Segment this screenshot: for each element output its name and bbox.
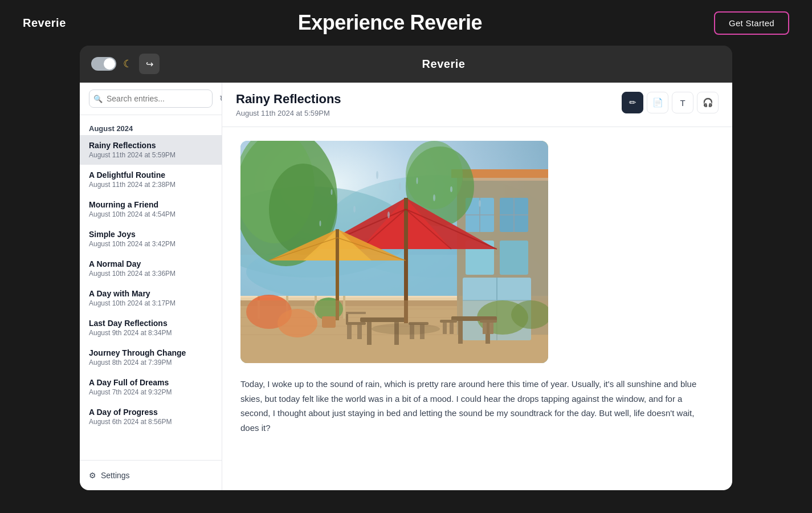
doc-button[interactable]: 📄 xyxy=(647,92,668,113)
main-content: 🔍 ↻ August 2024 Rainy Reflections August… xyxy=(80,83,732,490)
settings-button[interactable]: ⚙ Settings xyxy=(89,467,130,483)
entry-date: August 7th 2024 at 9:32PM xyxy=(89,388,213,396)
moon-icon: ☾ xyxy=(123,58,132,70)
theme-toggle[interactable] xyxy=(91,57,116,71)
settings-icon: ⚙ xyxy=(89,471,96,480)
entry-title: A Delightful Routine xyxy=(89,170,213,180)
editor-entry-date: August 11th 2024 at 5:59PM xyxy=(236,109,341,117)
entries-list: August 2024 Rainy Reflections August 11t… xyxy=(80,115,222,460)
svg-point-88 xyxy=(372,323,440,335)
get-started-button[interactable]: Get Started xyxy=(714,11,789,35)
app-header: ☾ ↪ Reverie xyxy=(80,46,732,83)
search-input-wrap: 🔍 xyxy=(89,89,213,108)
svg-point-81 xyxy=(376,171,378,179)
editor-entry-title: Rainy Reflections xyxy=(236,92,341,107)
search-bar: 🔍 ↻ xyxy=(80,83,222,115)
refresh-button[interactable]: ↻ xyxy=(217,91,222,107)
entry-date: August 10th 2024 at 3:17PM xyxy=(89,299,213,307)
entry-date: August 10th 2024 at 3:36PM xyxy=(89,270,213,278)
watercolor-illustration xyxy=(240,141,548,363)
sidebar: 🔍 ↻ August 2024 Rainy Reflections August… xyxy=(80,83,222,490)
list-item[interactable]: A Delightful Routine August 11th 2024 at… xyxy=(80,165,222,194)
editor-header: Rainy Reflections August 11th 2024 at 5:… xyxy=(222,83,732,127)
svg-point-83 xyxy=(450,186,452,192)
list-item[interactable]: Rainy Reflections August 11th 2024 at 5:… xyxy=(80,135,222,165)
svg-point-77 xyxy=(353,206,356,213)
list-item[interactable]: A Normal Day August 10th 2024 at 3:36PM xyxy=(80,254,222,283)
top-nav-title: Experience Reverie xyxy=(298,11,482,35)
export-icon: ↪ xyxy=(146,59,153,70)
entry-date: August 9th 2024 at 8:34PM xyxy=(89,329,213,337)
list-item[interactable]: A Day Full of Dreams August 7th 2024 at … xyxy=(80,372,222,402)
list-item[interactable]: A Day of Progress August 6th 2024 at 8:5… xyxy=(80,402,222,431)
entry-title: A Day with Mary xyxy=(89,289,213,298)
text-icon: T xyxy=(680,98,685,108)
entry-title: Last Day Reflections xyxy=(89,319,213,328)
entry-date: August 11th 2024 at 2:38PM xyxy=(89,181,213,189)
sidebar-footer: ⚙ Settings xyxy=(80,460,222,490)
export-button[interactable]: ↪ xyxy=(139,54,160,74)
audio-icon: 🎧 xyxy=(703,97,713,108)
list-item[interactable]: Simple Joys August 10th 2024 at 3:42PM xyxy=(80,224,222,254)
audio-button[interactable]: 🎧 xyxy=(697,92,719,113)
entry-title: Journey Through Change xyxy=(89,348,213,357)
app-container: ☾ ↪ Reverie 🔍 ↻ August 2024 Rainy Reflec… xyxy=(80,46,732,490)
month-header: August 2024 xyxy=(80,120,222,135)
entry-title: A Day Full of Dreams xyxy=(89,378,213,387)
entry-date: August 6th 2024 at 8:56PM xyxy=(89,418,213,426)
entry-title: Rainy Reflections xyxy=(89,141,213,150)
entry-title: Simple Joys xyxy=(89,230,213,239)
svg-point-82 xyxy=(417,177,418,184)
edit-icon: ✏ xyxy=(629,97,636,108)
text-button[interactable]: T xyxy=(672,92,693,113)
entry-image xyxy=(240,141,548,363)
list-item[interactable]: A Day with Mary August 10th 2024 at 3:17… xyxy=(80,283,222,313)
entry-date: August 10th 2024 at 4:54PM xyxy=(89,210,213,218)
svg-point-78 xyxy=(399,182,401,190)
top-nav-logo: Reverie xyxy=(23,17,66,30)
svg-point-85 xyxy=(387,211,390,218)
search-icon: 🔍 xyxy=(93,95,103,103)
editor-toolbar: ✏ 📄 T 🎧 xyxy=(622,92,719,113)
svg-point-79 xyxy=(433,194,435,201)
entry-title: A Normal Day xyxy=(89,259,213,268)
svg-point-86 xyxy=(479,200,481,207)
editor-area: Rainy Reflections August 11th 2024 at 5:… xyxy=(222,83,732,490)
edit-button[interactable]: ✏ xyxy=(622,92,643,113)
top-nav: Reverie Experience Reverie Get Started xyxy=(0,0,812,46)
entry-title: Mourning a Friend xyxy=(89,200,213,209)
settings-label: Settings xyxy=(101,471,130,480)
list-item[interactable]: Mourning a Friend August 10th 2024 at 4:… xyxy=(80,194,222,224)
app-header-title: Reverie xyxy=(166,58,721,71)
entry-title: A Day of Progress xyxy=(89,408,213,417)
svg-rect-26 xyxy=(500,241,528,275)
entry-date: August 8th 2024 at 7:39PM xyxy=(89,359,213,367)
doc-icon: 📄 xyxy=(652,97,663,108)
entry-date: August 11th 2024 at 5:59PM xyxy=(89,151,213,159)
editor-title-block: Rainy Reflections August 11th 2024 at 5:… xyxy=(236,92,341,117)
editor-body[interactable]: Today, I woke up to the sound of rain, w… xyxy=(222,127,732,490)
entry-body-text: Today, I woke up to the sound of rain, w… xyxy=(240,377,714,435)
svg-point-80 xyxy=(331,189,333,195)
search-input[interactable] xyxy=(89,89,213,108)
entry-date: August 10th 2024 at 3:42PM xyxy=(89,240,213,248)
list-item[interactable]: Last Day Reflections August 9th 2024 at … xyxy=(80,313,222,343)
svg-point-84 xyxy=(320,221,321,226)
list-item[interactable]: Journey Through Change August 8th 2024 a… xyxy=(80,343,222,372)
